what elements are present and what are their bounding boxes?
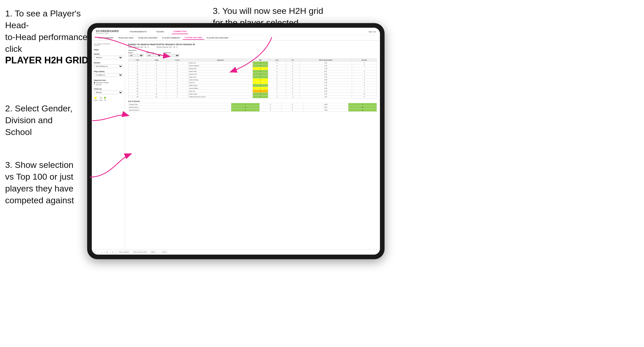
toolbar-share[interactable]: Share [161,250,168,254]
radio-circle-2 [94,84,95,85]
overall-record: Overall Record: 353 - 34 - 6 [128,46,149,48]
sidebar-colour-label: Colour by [94,88,123,90]
toolbar-history[interactable]: ⟳ [112,251,114,253]
instr3l-line2: vs Top 100 or just [5,171,90,183]
opponent-filter[interactable]: (All) [164,54,179,57]
toolbar-sep1: | [98,251,99,253]
th-loss: Loss [268,59,286,62]
toolbar-watch[interactable]: Watch [150,250,157,254]
colour-dropdown[interactable]: Win/loss [94,91,123,94]
instr2-line3: School [5,126,90,138]
th-div: # Div [128,59,147,62]
subnav-team-heatmap[interactable]: TEAM H2H HEATMAP [136,36,160,40]
division-record: Division Record: 331 - 34 - 6 [156,46,177,48]
sidebar-opponent-view-section: Opponent view Opponents Played Top 100 [94,79,123,85]
tablet-screen: SCOREBOARD Powered by clippd TOURNAMENTS… [92,28,380,255]
th-diff: Diff Av Strokes/Rnd [299,59,352,62]
subnav-team-h2h[interactable]: TEAM H2H GRID [116,36,135,40]
table-row: 10 6 3 Andrea York 2 0 0 4.00 4 [128,73,377,76]
sidebar-player-section: Player [94,49,123,51]
subnav-player-h2h[interactable]: PLAYER H2H GRID [183,36,204,40]
table-row: 16 1 3 Jessica Mason 1 2 0 -0.94 7 [128,87,377,90]
filter-conference: Conference (All) [146,52,162,57]
data-title: Katelyn Vo Head-to-Head Grid for Women's… [128,43,377,46]
instruction-1: 1. To see a Player's Head- to-Head perfo… [5,8,90,66]
th-conf: # Conf [166,59,188,62]
radio-top100[interactable]: Top 100 [94,84,123,85]
instr1-line2: to-Head performance click [5,31,90,55]
toolbar-save-custom[interactable]: Save Custom View [132,250,148,254]
th-opponent: Opponent [188,59,253,62]
logo-sub: Powered by clippd [96,33,119,34]
filter-opponent: Opponent (All) [164,52,179,57]
subnav-player-heatmap[interactable]: PLAYER H2H HEATMAP [205,36,231,40]
bottom-toolbar: ↩ | ↪ | ⊞ | ⟳ | View: Original Save Cust… [92,249,380,255]
instr3l-line3: players they have [5,183,90,195]
app-navbar: SCOREBOARD Powered by clippd TOURNAMENTS… [92,28,380,41]
toolbar-view-original[interactable]: View: Original [118,250,130,254]
instr1-line1: 1. To see a Player's Head- [5,8,90,31]
opponent-radio-group: Opponents Played Top 100 [94,82,123,85]
sidebar-timestamp: Last Updated: 27/03/2024 16:55:38 [94,43,123,46]
table-row: 19 10 6 Emily Chang 4 1 0 0.30 11 [128,93,377,95]
subnav-player-summary[interactable]: PLAYER SUMMARY [160,36,182,40]
toolbar-sep2: | [104,251,105,253]
sidebar: Last Updated: 27/03/2024 16:55:38 Player… [92,41,125,249]
region-filter[interactable]: (All) [128,54,144,57]
player-rank-dropdown[interactable]: 8. Katelyn Vo [94,73,123,77]
color-legend: Down Level Up [94,97,123,101]
instr3r-line1: 3. You will now see H2H grid [213,5,336,17]
sign-out-link[interactable]: Sign out [368,31,376,33]
table-row: 15 8 5 Stella Cheng 1 0 0 1.25 4 [128,84,377,87]
table-row: 3 1 1 Esther Lee 1 0 1 1.50 4 [128,62,377,64]
filter-row: Region (All) Conference (All) Opponent (… [128,52,377,57]
nav-committee[interactable]: COMMITTEE [172,29,188,34]
instr3l-line1: 3. Show selection [5,159,90,171]
table-row: 20 11 7 Federica Domecq Lacroze 2 1 0 1.… [128,95,377,98]
sidebar-player-rank-label: Player (Rank) [94,71,123,72]
instr1-bold: PLAYER H2H GRID [5,55,90,66]
gender-dropdown[interactable]: Women's [94,56,123,59]
filter-section: Opponents: Region (All) Conference (All)… [128,50,377,57]
radio-circle-1 [94,82,95,83]
instruction-3-left: 3. Show selection vs Top 100 or just pla… [5,159,90,206]
table-row: Foreign Team 1 0 0 4.500 2 [128,103,377,106]
table-row: 14 7 4 Eunice Yi 2 2 0 0.38 9 [128,81,377,84]
toolbar-redo[interactable]: ↪ [101,251,102,253]
sidebar-colour-section: Colour by Win/loss [94,88,123,94]
filter-region: Region (All) [128,52,144,57]
instr2-line1: 2. Select Gender, [5,103,90,114]
radio-opponents-played[interactable]: Opponents Played [94,82,123,83]
main-content: Last Updated: 27/03/2024 16:55:38 Player… [92,41,380,249]
legend-down: Down [94,99,97,101]
table-row: 11 2 5 Heejo Hyun 1 0 0 3.33 3 [128,76,377,79]
nav-teams[interactable]: TEAMS [155,30,166,34]
out-of-division-table: Foreign Team 1 0 0 4.500 2 NAIA Division… [128,103,377,112]
logo-title: SCOREBOARD [96,30,119,33]
th-rounds: Rounds [352,59,377,62]
legend-level: Level [99,99,102,101]
app-logo: SCOREBOARD Powered by clippd [96,30,119,34]
color-dot-down [95,97,97,99]
nav-tournaments[interactable]: TOURNAMENTS [128,30,148,34]
subnav-team-summary[interactable]: TEAM SUMMARY [96,36,116,40]
table-row: 6 3 3 Sydney Kuo 0 1 0 -1.00 [128,67,377,70]
division-dropdown[interactable]: NCAA Division III [94,64,123,68]
toolbar-undo[interactable]: ↩ [95,251,96,253]
toolbar-sep4: | [116,251,116,253]
sidebar-opponent-label: Opponent view [94,79,123,81]
instr3l-line4: competed against [5,195,90,206]
sidebar-division-section: Division NCAA Division III [94,62,123,68]
table-row: 13 1 1 Jessica Huang 2 0 0 -3.00 2 [128,79,377,81]
table-row: 5 2 2 Alexis Sudjianto 1 0 0 4.00 3 [128,64,377,67]
instruction-2: 2. Select Gender, Division and School [5,103,90,138]
conference-filter[interactable]: (All) [146,54,162,57]
th-win: Win [253,59,268,62]
th-reg: # Reg [146,59,166,62]
th-tie: Tie [286,59,299,62]
toolbar-sep5: | [159,251,159,253]
instr2-line2: Division and [5,114,90,126]
toolbar-crop[interactable]: ⊞ [106,251,108,253]
radio-label-2: Top 100 [96,84,101,85]
sidebar-gender-section: Gender Women's [94,53,123,59]
